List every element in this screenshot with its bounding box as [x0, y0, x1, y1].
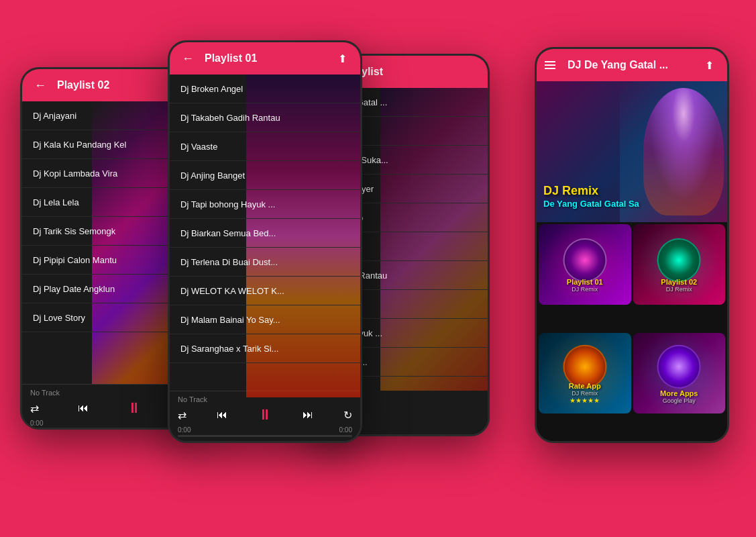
grid-item-moreapps[interactable]: More Apps Google Play	[633, 333, 726, 413]
rate-stars: ★★★★★	[539, 397, 631, 404]
share-button-p4[interactable]: ⬆	[699, 55, 719, 75]
progress-bar-p2[interactable]	[178, 435, 352, 437]
player-track-p1: No Track	[30, 389, 191, 397]
list-item[interactable]: Dj Saranghae x Tarik Si...	[170, 334, 360, 363]
playlist02-thumb	[657, 238, 701, 282]
grid-item-playlist01[interactable]: Playlist 01 DJ Remix	[539, 224, 631, 305]
dj-remix-subtitle: De Yang Gatal Gatal Sa	[543, 199, 720, 209]
player-controls-p1: ⇄ ⏮ ⏸ ⏭	[30, 399, 191, 417]
repeat-btn-p2[interactable]: ↻	[343, 409, 352, 422]
grid-item-playlist02[interactable]: Playlist 02 DJ Remix	[633, 224, 726, 305]
phone-2-appbar: ← Playlist 01 ⬆	[170, 42, 360, 75]
prev-btn-p1[interactable]: ⏮	[78, 402, 89, 414]
phone-4-content: DJ De Yang Gatal ... ⬆ DJ Remix De Yang …	[537, 49, 727, 441]
grid-thumbnails: Playlist 01 DJ Remix Playlist 02 DJ Remi…	[537, 222, 727, 441]
grid-sublabel-0: DJ Remix	[539, 286, 631, 293]
share-button-p2[interactable]: ⬆	[332, 48, 352, 68]
prev-btn-p2[interactable]: ⏮	[217, 409, 227, 421]
grid-label-0: Playlist 01	[539, 278, 631, 286]
grid-label-1: Playlist 02	[633, 278, 726, 286]
phone-1-title: Playlist 02	[57, 79, 164, 91]
grid-sublabel-3: Google Play	[633, 397, 726, 404]
progress-bar-p1[interactable]	[30, 428, 191, 430]
phone-4-appbar: DJ De Yang Gatal ... ⬆	[537, 49, 727, 81]
phone-2-song-list: Dj Broken Angel Dj Takabeh Gadih Rantau …	[170, 75, 360, 391]
list-item[interactable]: Dj Malam Bainai Yo Say...	[170, 305, 360, 334]
next-btn-p2[interactable]: ⏭	[303, 409, 313, 421]
shuffle-btn-p1[interactable]: ⇄	[30, 402, 39, 415]
list-item[interactable]: Dj Takabeh Gadih Rantau	[170, 103, 360, 132]
back-button-p2[interactable]: ←	[178, 48, 198, 68]
grid-label-3: More Apps	[633, 389, 726, 397]
phone-2-content: ← Playlist 01 ⬆ Dj Broken Angel Dj Takab…	[170, 42, 360, 441]
list-item[interactable]: Dj Anjing Banget	[170, 161, 360, 190]
play-btn-p2[interactable]: ⏸	[258, 406, 272, 424]
list-item[interactable]: Dj Biarkan Semua Bed...	[170, 219, 360, 248]
phone-4: DJ De Yang Gatal ... ⬆ DJ Remix De Yang …	[535, 47, 729, 443]
phone-4-title: DJ De Yang Gatal ...	[568, 59, 692, 71]
phone-2-title: Playlist 01	[205, 52, 325, 64]
playlist01-thumb	[563, 238, 606, 282]
dj-remix-title: DJ Remix	[543, 184, 720, 199]
player-time-p1: 0:00	[30, 420, 191, 427]
list-item[interactable]: Dj Tapi bohong Hayuk ...	[170, 190, 360, 219]
list-item[interactable]: Dj WELOT KA WELOT K...	[170, 277, 360, 305]
dj-hero: DJ Remix De Yang Gatal Gatal Sa	[537, 81, 727, 222]
phone-2: ← Playlist 01 ⬆ Dj Broken Angel Dj Takab…	[168, 40, 362, 443]
player-controls-p2: ⇄ ⏮ ⏸ ⏭ ↻	[178, 406, 352, 424]
list-item[interactable]: Dj Terlena Di Buai Dust...	[170, 248, 360, 277]
back-button-p1[interactable]: ←	[30, 75, 50, 95]
grid-label-2: Rate App	[539, 382, 631, 390]
moreapps-thumb	[657, 344, 701, 388]
grid-sublabel-2: DJ Remix	[539, 390, 631, 397]
menu-button-p4[interactable]	[545, 61, 555, 69]
grid-sublabel-1: DJ Remix	[633, 286, 726, 293]
dj-hero-text: DJ Remix De Yang Gatal Gatal Sa	[543, 184, 720, 209]
shuffle-btn-p2[interactable]: ⇄	[178, 409, 186, 422]
player-time-p2: 0:00 0:00	[178, 426, 352, 434]
play-btn-p1[interactable]: ⏸	[127, 399, 142, 417]
list-item[interactable]: Dj Broken Angel	[170, 75, 360, 103]
list-item[interactable]: Dj Vaaste	[170, 132, 360, 161]
phone-2-player: No Track ⇄ ⏮ ⏸ ⏭ ↻ 0:00 0:00	[170, 391, 360, 441]
grid-item-rateapp[interactable]: Rate App DJ Remix ★★★★★	[539, 333, 631, 413]
